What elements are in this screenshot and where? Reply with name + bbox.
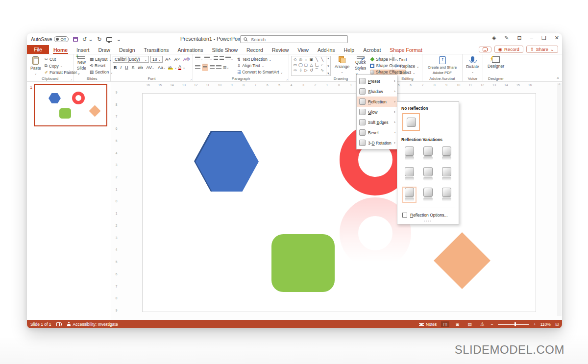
new-slide-button[interactable]: New Slide ⌄: [75, 56, 88, 76]
section-button[interactable]: ▤Section ⌄: [90, 70, 113, 74]
paste-button[interactable]: Paste⌄: [29, 56, 43, 76]
autosave-toggle[interactable]: AutoSave Off: [31, 36, 69, 42]
notes-button[interactable]: Notes: [419, 322, 437, 327]
reflection-variation-5[interactable]: [421, 166, 435, 182]
columns-button[interactable]: ▥⌄: [223, 65, 229, 70]
align-left-button[interactable]: [195, 65, 200, 70]
search-input[interactable]: [251, 37, 334, 42]
gallery-shape-icon-3[interactable]: ▣: [309, 57, 314, 62]
gallery-up-icon[interactable]: ▲: [327, 57, 330, 60]
change-case-button[interactable]: Aa⌄: [157, 65, 167, 70]
decrease-indent-button[interactable]: [214, 56, 218, 61]
convert-smartart-button[interactable]: ⇶Convert to SmartArt ⌄: [237, 70, 283, 74]
ribbon-display-options-icon[interactable]: ⊡: [517, 35, 522, 41]
search-box[interactable]: [240, 35, 348, 43]
reflection-options-item[interactable]: Reflection Options...: [401, 211, 455, 219]
font-size-combo[interactable]: 18⌄: [150, 56, 163, 63]
gallery-shape-icon-13[interactable]: ⇩: [298, 68, 303, 73]
close-button[interactable]: ✕: [555, 35, 559, 41]
tab-add-ins[interactable]: Add-ins: [313, 45, 340, 54]
dictate-button[interactable]: Dictate⌄: [465, 56, 480, 74]
gallery-shape-icon-11[interactable]: ⌐: [319, 62, 325, 68]
gallery-shape-icon-4[interactable]: ╲: [314, 57, 319, 62]
text-direction-button[interactable]: ⇅Text Direction ⌄: [237, 57, 283, 62]
format-painter-button[interactable]: ✐Format Painter: [45, 70, 77, 75]
align-right-button[interactable]: [210, 65, 215, 70]
shape-gallery[interactable]: ◇◎○▣╲╲▭◯▢△乚⌐⇨⇩▷↺⌒∿: [291, 56, 326, 76]
comments-button[interactable]: [479, 47, 491, 52]
gallery-down-icon[interactable]: ▼: [327, 65, 330, 68]
line-spacing-button[interactable]: ⌄: [225, 56, 233, 61]
grow-font-button[interactable]: A˄: [164, 57, 172, 62]
gallery-shape-icon-15[interactable]: ↺: [309, 68, 314, 73]
gallery-shape-icon-8[interactable]: ▢: [303, 62, 309, 68]
reflection-variation-7[interactable]: [402, 187, 416, 203]
menu-item-preset[interactable]: Preset›: [357, 76, 397, 86]
reflection-variation-2[interactable]: [421, 146, 435, 162]
italic-button[interactable]: I: [120, 65, 123, 70]
zoom-slider[interactable]: [498, 324, 529, 325]
tab-shape-format[interactable]: Shape Format: [385, 45, 427, 54]
font-dialog-launcher-icon[interactable]: ⌟: [190, 77, 192, 81]
gallery-shape-icon-16[interactable]: ⌒: [314, 68, 319, 73]
bullets-button[interactable]: ⌄: [195, 56, 203, 61]
start-slideshow-icon[interactable]: [106, 37, 112, 42]
tab-slide-show[interactable]: Slide Show: [208, 45, 243, 54]
zoom-in-button[interactable]: +: [534, 322, 536, 327]
reflection-variation-3[interactable]: [440, 146, 454, 162]
reflection-variation-6[interactable]: [440, 166, 454, 182]
select-button[interactable]: ▻Select ⌄: [395, 70, 420, 75]
record-button[interactable]: ◉Record: [494, 46, 523, 53]
normal-view-button[interactable]: ◫: [441, 321, 449, 327]
copy-button[interactable]: ⧉Copy ⌄: [45, 63, 77, 69]
menu-item-soft-edges[interactable]: Soft Edges›: [357, 117, 397, 127]
autosave-pill[interactable]: Off: [54, 36, 69, 42]
gallery-shape-icon-14[interactable]: ▷: [303, 68, 309, 73]
undo-icon[interactable]: ↺ ⌄: [82, 36, 93, 43]
tab-help[interactable]: Help: [340, 45, 359, 54]
slide-canvas[interactable]: [142, 93, 536, 312]
reset-button[interactable]: ⟲Reset: [90, 63, 113, 68]
gallery-shape-icon-9[interactable]: △: [309, 62, 314, 68]
gallery-shape-icon-5[interactable]: ╲: [319, 57, 325, 62]
vertical-scrollbar[interactable]: ˄: [557, 83, 562, 316]
gallery-shape-icon-6[interactable]: ▭: [293, 62, 298, 68]
clipboard-dialog-launcher-icon[interactable]: ⌟: [71, 77, 72, 81]
tab-animations[interactable]: Animations: [173, 45, 208, 54]
gallery-shape-icon-0[interactable]: ◇: [293, 57, 298, 62]
zoom-out-button[interactable]: −: [491, 322, 493, 327]
designer-button[interactable]: Designer: [486, 56, 506, 69]
pen-icon[interactable]: ✎: [504, 35, 509, 41]
customize-qat-icon[interactable]: ⌄: [117, 36, 121, 43]
shrink-font-button[interactable]: A˅: [173, 57, 181, 62]
shadow-button[interactable]: S: [131, 65, 136, 70]
highlight-color-button[interactable]: ab: [168, 66, 173, 70]
tab-insert[interactable]: Insert: [72, 45, 94, 54]
font-family-combo[interactable]: Calibri (Body)⌄: [113, 56, 149, 63]
tab-design[interactable]: Design: [115, 45, 140, 54]
menu-item-reflection[interactable]: Reflection›: [357, 97, 397, 107]
align-center-button[interactable]: [202, 64, 208, 71]
find-button[interactable]: ⌕Find: [395, 57, 420, 62]
character-spacing-button[interactable]: AV⌄: [146, 65, 155, 70]
fit-to-window-icon[interactable]: ⊡: [555, 322, 559, 327]
menu-item-bevel[interactable]: Bevel›: [357, 127, 397, 138]
menu-item-shadow[interactable]: Shadow›: [357, 86, 397, 97]
justify-button[interactable]: [216, 65, 221, 70]
layout-button[interactable]: ▦Layout ⌄: [90, 57, 113, 62]
arrange-button[interactable]: Arrange⌄: [333, 56, 351, 76]
minimize-button[interactable]: –: [530, 35, 533, 41]
underline-button[interactable]: U: [124, 65, 129, 70]
shape-gallery-scroll[interactable]: ▲▼▼̱: [326, 56, 331, 76]
gallery-shape-icon-7[interactable]: ◯: [298, 62, 303, 68]
tab-view[interactable]: View: [293, 45, 313, 54]
reflection-variation-8[interactable]: [421, 187, 435, 203]
reflection-variation-9[interactable]: [440, 187, 454, 203]
replace-button[interactable]: ⇄Replace ⌄: [395, 64, 420, 69]
cut-button[interactable]: ✂Cut: [45, 57, 77, 62]
zoom-slider-knob[interactable]: [514, 322, 516, 326]
gallery-shape-icon-2[interactable]: ○: [303, 57, 309, 62]
quick-styles-button[interactable]: Quick Styles ⌄: [353, 56, 368, 76]
diamond-shape[interactable]: [434, 232, 490, 289]
zoom-level[interactable]: 110%: [540, 322, 551, 327]
